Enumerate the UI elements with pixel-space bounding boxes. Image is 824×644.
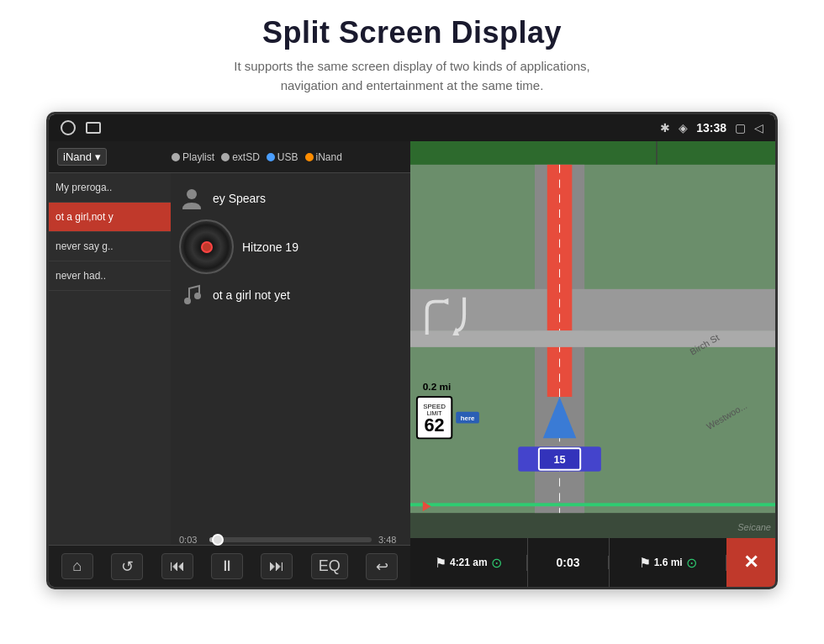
dist-section: ⚑ 1.6 mi ⊙: [610, 555, 726, 571]
media-panel: iNand ▾ Playlist extSD USB: [49, 141, 410, 587]
radio-dot-playlist: [172, 153, 180, 161]
progress-track[interactable]: [209, 537, 372, 542]
page-header: Split Screen Display It supports the sam…: [0, 0, 824, 103]
status-right: ✱ ◈ 13:38 ▢ ◁: [660, 121, 763, 135]
clock-icon-2: ⊙: [686, 555, 697, 571]
radio-dot-inand: [305, 153, 314, 161]
radio-dot-extsd: [221, 153, 230, 161]
eq-button[interactable]: EQ: [311, 553, 348, 579]
source-options: Playlist extSD USB iNand: [112, 151, 402, 163]
main-content: iNand ▾ Playlist extSD USB: [49, 141, 775, 587]
status-time: 13:38: [696, 121, 726, 135]
power-icon: [61, 120, 76, 135]
next-button[interactable]: ⏭: [261, 553, 293, 579]
person-icon: [179, 186, 204, 211]
playlist-column: My preroga.. ot a girl,not y never say g…: [49, 173, 171, 545]
player-main: ey Spears Hitzone 19: [171, 173, 410, 545]
watermark: Seicane: [737, 522, 771, 532]
svg-point-2: [194, 293, 201, 299]
source-extsd-label: extSD: [232, 151, 260, 163]
map-svg: I-15 15 SPEED LIMIT 62 here 0.2 mi: [410, 141, 775, 536]
elapsed-time: 0:03: [556, 556, 579, 569]
source-extsd[interactable]: extSD: [221, 151, 260, 163]
nav-bottom-bar: ⚑ 4:21 am ⊙ 0:03 ⚑ 1.6 mi ⊙ ✕: [410, 538, 775, 587]
time-total: 3:48: [378, 535, 402, 545]
svg-rect-23: [410, 503, 775, 506]
window-icon: ▢: [735, 121, 746, 135]
location-icon: ◈: [679, 121, 688, 135]
flag-icon-start: ⚑: [435, 555, 446, 571]
playlist-item-0[interactable]: My preroga..: [49, 173, 171, 203]
flag-icon-end: ⚑: [639, 555, 651, 571]
back-icon: ◁: [754, 121, 763, 135]
remaining-distance: 1.6 mi: [654, 557, 683, 568]
album-name: Hitzone 19: [242, 240, 298, 254]
source-bar: iNand ▾ Playlist extSD USB: [49, 141, 410, 173]
source-playlist[interactable]: Playlist: [172, 151, 214, 163]
album-section: ey Spears Hitzone 19: [171, 182, 410, 312]
status-bar: ✱ ◈ 13:38 ▢ ◁: [49, 114, 775, 141]
source-playlist-label: Playlist: [182, 151, 214, 163]
progress-section: 0:03 3:48: [171, 535, 410, 545]
source-usb-label: USB: [277, 151, 298, 163]
vinyl-center: [201, 241, 213, 253]
source-inand-label: iNand: [316, 151, 342, 163]
vinyl-disc: [179, 219, 234, 274]
elapsed-section: 0:03: [528, 556, 610, 569]
progress-thumb[interactable]: [212, 534, 224, 546]
status-left: [61, 120, 101, 135]
dropdown-arrow-icon: ▾: [95, 150, 101, 163]
image-icon: [86, 122, 101, 134]
player-area: My preroga.. ot a girl,not y never say g…: [49, 173, 410, 545]
playlist-item-3[interactable]: never had..: [49, 261, 171, 291]
song-name: ot a girl not yet: [213, 288, 290, 302]
artist-name: ey Spears: [213, 192, 266, 205]
svg-text:0.2 mi: 0.2 mi: [423, 381, 452, 393]
repeat-button[interactable]: ↺: [111, 553, 143, 580]
source-inand[interactable]: iNand: [305, 151, 342, 163]
clock-icon: ⊙: [491, 555, 502, 571]
page-title: Split Screen Display: [0, 15, 824, 50]
nav-close-button[interactable]: ✕: [726, 538, 775, 587]
controls-bar: ⌂ ↺ ⏮ ⏸ ⏭ EQ ↩: [49, 545, 410, 587]
pause-button[interactable]: ⏸: [211, 553, 243, 579]
eta-time: 4:21 am: [450, 557, 488, 568]
artist-row: ey Spears: [179, 186, 402, 211]
svg-point-1: [184, 298, 191, 304]
nav-panel: Sahara Avenue ↓ ↓ ↓ ↗ ONLY EXIT 40 » Sah…: [410, 141, 775, 587]
svg-text:62: 62: [425, 414, 445, 435]
map-roads: I-15 15 SPEED LIMIT 62 here 0.2 mi: [410, 141, 775, 536]
bluetooth-icon: ✱: [660, 121, 670, 135]
time-current: 0:03: [179, 535, 203, 545]
playlist-item-1[interactable]: ot a girl,not y: [49, 203, 171, 232]
back-button[interactable]: ↩: [366, 553, 398, 580]
svg-text:SPEED: SPEED: [423, 403, 446, 410]
source-dropdown[interactable]: iNand ▾: [57, 148, 107, 166]
svg-text:here: here: [461, 414, 475, 422]
page-subtitle: It supports the same screen display of t…: [0, 57, 824, 95]
prev-button[interactable]: ⏮: [161, 553, 193, 579]
svg-point-0: [187, 189, 197, 199]
eta-section: ⚑ 4:21 am ⊙: [410, 555, 527, 571]
svg-rect-8: [410, 330, 775, 347]
radio-dot-usb: [267, 153, 275, 161]
source-dropdown-label: iNand: [63, 150, 92, 163]
svg-text:15: 15: [553, 453, 565, 466]
song-row: ot a girl not yet: [179, 282, 402, 308]
album-row: Hitzone 19: [179, 219, 402, 274]
device-frame: ✱ ◈ 13:38 ▢ ◁ iNand ▾ Playlist: [46, 112, 778, 589]
music-note-icon: [179, 282, 204, 308]
source-usb[interactable]: USB: [267, 151, 298, 163]
home-button[interactable]: ⌂: [61, 553, 93, 579]
playlist-item-2[interactable]: never say g..: [49, 232, 171, 261]
